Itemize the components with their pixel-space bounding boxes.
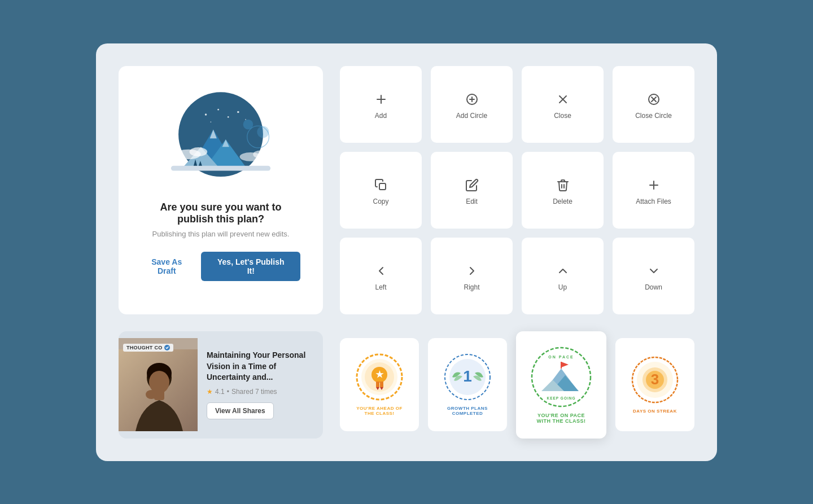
- add-circle-label: Add Circle: [456, 112, 487, 120]
- edit-label: Edit: [466, 198, 478, 205]
- add-label: Add: [375, 112, 387, 120]
- add-button[interactable]: Add: [340, 66, 422, 143]
- dialog-title: Are you sure you want to publish this pl…: [141, 201, 300, 225]
- growth-label: GROWTH PLANSCOMPLETED: [447, 406, 488, 416]
- svg-rect-49: [380, 382, 383, 387]
- close-button[interactable]: Close: [522, 66, 604, 143]
- main-panel: Are you sure you want to publish this pl…: [96, 43, 717, 461]
- ahead-label: YOU'RE AHEAD OFTHE CLASS!: [356, 406, 403, 416]
- svg-text:1: 1: [463, 367, 472, 385]
- svg-point-6: [210, 121, 211, 122]
- svg-point-3: [228, 116, 229, 118]
- svg-point-2: [217, 108, 219, 110]
- icon-grid: Add Add Circle Close Close Circle: [340, 66, 694, 314]
- down-label: Down: [645, 283, 662, 291]
- svg-point-5: [245, 119, 246, 120]
- left-label: Left: [375, 283, 386, 291]
- copy-label: Copy: [373, 198, 388, 205]
- right-label: Right: [464, 283, 479, 291]
- attach-label: Attach Files: [636, 198, 671, 205]
- svg-text:★: ★: [375, 370, 384, 379]
- article-card: THOUGHT CO: [119, 331, 323, 439]
- source-badge: THOUGHT CO: [123, 344, 173, 352]
- dialog-subtitle: Publishing this plan will prevent new ed…: [152, 230, 290, 238]
- publish-dialog: Are you sure you want to publish this pl…: [119, 66, 323, 314]
- dialog-illustration: [141, 83, 300, 196]
- publish-button[interactable]: Yes, Let's Publish It!: [201, 252, 300, 281]
- copy-button[interactable]: Copy: [340, 152, 422, 229]
- close-circle-button[interactable]: Close Circle: [613, 66, 694, 143]
- svg-point-16: [189, 147, 207, 156]
- delete-button[interactable]: Delete: [522, 152, 604, 229]
- edit-button[interactable]: Edit: [431, 152, 513, 229]
- right-button[interactable]: Right: [431, 238, 513, 314]
- svg-rect-32: [379, 183, 386, 190]
- svg-point-1: [205, 113, 207, 116]
- article-title: Maintaining Your Personal Vision in a Ti…: [207, 350, 314, 383]
- down-button[interactable]: Down: [613, 238, 694, 314]
- close-circle-label: Close Circle: [635, 112, 672, 120]
- article-info: Maintaining Your Personal Vision in a Ti…: [207, 339, 323, 431]
- svg-point-41: [149, 371, 169, 393]
- up-label: Up: [558, 283, 567, 291]
- badges-row: ★ YOU'RE AHEAD OFTHE CLASS! 1: [340, 331, 694, 439]
- add-circle-button[interactable]: Add Circle: [431, 66, 513, 143]
- svg-point-4: [237, 111, 239, 113]
- up-button[interactable]: Up: [522, 238, 604, 314]
- attach-button[interactable]: Attach Files: [613, 152, 694, 229]
- svg-text:3: 3: [650, 371, 658, 388]
- growth-plans-badge: 1 GROWTH PLANSCOMPLETED: [428, 338, 507, 431]
- on-pace-label: YOU'RE ON PACEWITH THE CLASS!: [537, 413, 586, 424]
- save-draft-button[interactable]: Save As Draft: [141, 257, 192, 275]
- svg-point-18: [253, 150, 268, 158]
- dialog-actions: Save As Draft Yes, Let's Publish It!: [141, 252, 300, 281]
- svg-text:KEEP GOING: KEEP GOING: [547, 396, 575, 400]
- svg-text:ON PACE: ON PACE: [548, 355, 574, 359]
- svg-point-42: [146, 390, 157, 399]
- article-meta: ★ 4.1 • Shared 7 times: [207, 388, 314, 396]
- svg-rect-48: [376, 382, 379, 387]
- delete-label: Delete: [553, 198, 572, 205]
- ahead-of-class-badge: ★ YOU'RE AHEAD OFTHE CLASS!: [340, 338, 419, 431]
- star-icon: ★: [207, 388, 213, 396]
- svg-rect-21: [171, 165, 270, 170]
- view-all-shares-button[interactable]: View All Shares: [207, 402, 274, 419]
- left-button[interactable]: Left: [340, 238, 422, 314]
- article-thumbnail: THOUGHT CO: [119, 338, 198, 431]
- svg-point-9: [257, 126, 269, 138]
- close-label: Close: [554, 112, 571, 120]
- streak-label: DAYS ON STREAK: [633, 409, 677, 414]
- on-pace-badge: ON PACE KEEP GOING YOU'RE ON PACEWITH TH…: [516, 331, 606, 439]
- streak-badge: 3 DAYS ON STREAK: [615, 338, 694, 431]
